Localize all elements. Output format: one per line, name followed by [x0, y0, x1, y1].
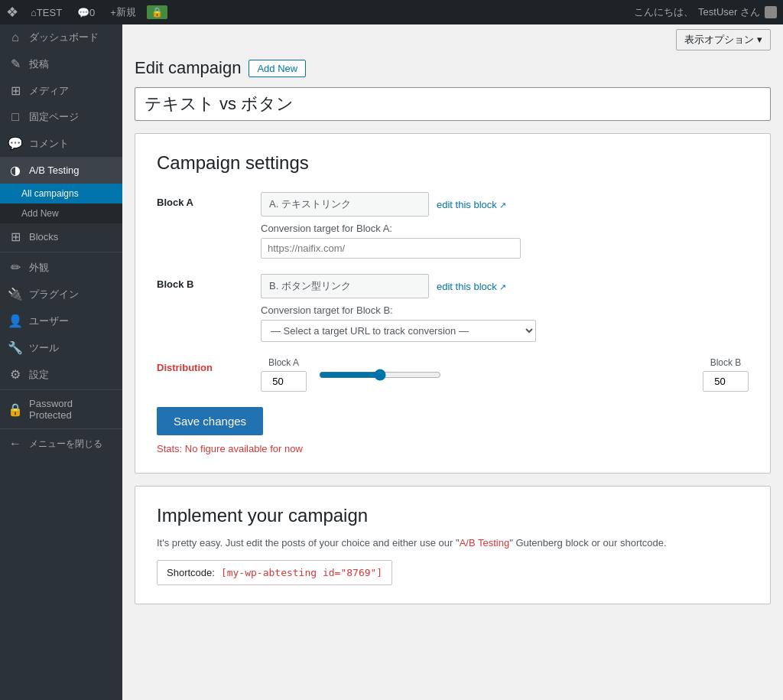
sidebar-item-label: プラグイン — [29, 288, 79, 301]
adminbar-comments-count: 0 — [89, 7, 95, 18]
implement-description: It's pretty easy. Just edit the posts of… — [157, 536, 749, 551]
sidebar-item-tools[interactable]: 🔧 ツール — [0, 334, 122, 361]
block-a-content: A. テキストリンク edit this block Conversion ta… — [261, 192, 749, 259]
page-title: Edit campaign — [135, 58, 241, 78]
adminbar-new[interactable]: + 新規 — [104, 0, 142, 24]
menu-divider-3 — [0, 428, 122, 429]
distribution-row: Distribution Block A Block B — [157, 357, 749, 392]
external-link-icon-b — [499, 281, 506, 292]
edit-block-b-link[interactable]: edit this block — [437, 281, 506, 292]
page-header: Edit campaign Add New — [122, 55, 783, 87]
add-new-button[interactable]: Add New — [249, 60, 306, 77]
submenu-item-all-campaigns[interactable]: All campaigns — [0, 184, 122, 203]
sidebar-item-label: 投稿 — [29, 57, 49, 71]
block-b-conversion-select[interactable]: — Select a target URL to track conversio… — [261, 320, 536, 342]
shortcode-label: Shortcode: — [167, 567, 215, 578]
stats-prefix: Stats: — [157, 443, 185, 454]
edit-block-a-text: edit this block — [437, 199, 497, 210]
adminbar-site[interactable]: ⌂ TEST — [24, 0, 68, 24]
campaign-name-input[interactable] — [135, 87, 771, 121]
abtesting-icon: ◑ — [8, 163, 23, 177]
external-link-icon — [499, 199, 506, 210]
block-a-conversion-label: Conversion target for Block A: — [261, 223, 749, 234]
sidebar: ⌂ ダッシュボード ✎ 投稿 ⊞ メディア □ 固定ページ 💬 コメント ◑ A… — [0, 24, 122, 700]
adminbar-new-label: 新規 — [116, 5, 136, 19]
sidebar-item-blocks[interactable]: ⊞ Blocks — [0, 223, 122, 250]
sidebar-item-settings[interactable]: ⚙ 設定 — [0, 361, 122, 388]
tools-icon: 🔧 — [8, 340, 23, 355]
campaign-settings-box: Campaign settings Block A A. テキストリンク edi… — [135, 133, 771, 474]
sidebar-item-label: ツール — [29, 341, 59, 355]
save-changes-button[interactable]: Save changes — [157, 407, 263, 435]
adminbar-plus-icon: + — [110, 7, 116, 18]
media-icon: ⊞ — [8, 83, 23, 98]
distribution-label: Distribution — [157, 357, 249, 373]
sidebar-item-password-protected[interactable]: 🔒 Password Protected — [0, 392, 122, 427]
sidebar-item-close-menu[interactable]: ← メニューを閉じる — [0, 431, 122, 457]
sidebar-item-label: メニューを閉じる — [29, 438, 102, 451]
campaign-settings-heading: Campaign settings — [157, 152, 749, 174]
menu-divider — [0, 252, 122, 252]
sidebar-item-plugins[interactable]: 🔌 プラグイン — [0, 281, 122, 308]
block-b-label: Block B — [157, 274, 249, 290]
sidebar-item-media[interactable]: ⊞ メディア — [0, 77, 122, 104]
block-b-conversion-label: Conversion target for Block B: — [261, 304, 749, 316]
implement-desc-part2: " Gutenberg block or our shortcode. — [509, 537, 667, 549]
submenu-label: Add New — [21, 208, 59, 219]
display-options-button[interactable]: 表示オプション ▾ — [676, 29, 771, 50]
block-a-selector-row: A. テキストリンク edit this block — [261, 192, 749, 217]
sidebar-item-appearance[interactable]: ✏ 外観 — [0, 254, 122, 281]
edit-block-a-link[interactable]: edit this block — [437, 199, 506, 210]
adminbar-greeting: こんにちは、 — [634, 5, 694, 19]
sidebar-item-label: メディア — [29, 84, 69, 98]
sidebar-item-label: 外観 — [29, 261, 49, 275]
pages-icon: □ — [8, 110, 23, 124]
submenu-item-add-new[interactable]: Add New — [0, 203, 122, 223]
main-content: 表示オプション ▾ Edit campaign Add New Campaign… — [122, 24, 783, 700]
stats-text: Stats: No figure available for now — [157, 443, 749, 454]
block-b-row: Block B B. ボタン型リンク edit this block Conve… — [157, 274, 749, 342]
distribution-slider[interactable] — [319, 369, 441, 381]
sidebar-item-dashboard[interactable]: ⌂ ダッシュボード — [0, 24, 122, 50]
implement-ab-testing-link[interactable]: A/B Testing — [460, 537, 510, 549]
distribution-content: Block A Block B — [261, 357, 749, 392]
adminbar-username: TestUser さん — [698, 5, 760, 19]
sidebar-item-label: 設定 — [29, 368, 49, 382]
menu-divider-2 — [0, 389, 122, 390]
adminbar-comment-icon: 💬 — [77, 7, 89, 18]
dist-block-b-input[interactable] — [703, 371, 749, 392]
dist-block-a-label: Block A — [268, 357, 299, 368]
settings-icon: ⚙ — [8, 367, 23, 382]
sidebar-item-label: ダッシュボード — [29, 31, 99, 44]
sidebar-item-pages[interactable]: □ 固定ページ — [0, 104, 122, 130]
block-a-name: A. テキストリンク — [261, 192, 429, 217]
sidebar-item-comments[interactable]: 💬 コメント — [0, 130, 122, 157]
posts-icon: ✎ — [8, 57, 23, 71]
block-a-conversion-input[interactable] — [261, 238, 521, 259]
adminbar-comments[interactable]: 💬 0 — [71, 0, 101, 24]
block-a-label: Block A — [157, 192, 249, 208]
sidebar-item-label: 固定ページ — [29, 110, 79, 124]
adminbar-lock: 🔒 — [147, 5, 167, 19]
shortcode-row: Shortcode: [my-wp-abtesting id="8769"] — [157, 560, 392, 585]
edit-block-b-text: edit this block — [437, 281, 497, 292]
dist-block-a-input[interactable] — [261, 371, 307, 392]
sidebar-item-label: A/B Testing — [29, 164, 80, 176]
users-icon: 👤 — [8, 314, 23, 328]
block-b-selector-row: B. ボタン型リンク edit this block — [261, 274, 749, 298]
sidebar-item-label: Blocks — [29, 231, 58, 243]
shortcode-value: [my-wp-abtesting id="8769"] — [221, 567, 382, 578]
distribution-block-a: Block A — [261, 357, 307, 392]
adminbar-home-icon: ⌂ — [31, 7, 37, 18]
implement-box: Implement your campaign It's pretty easy… — [135, 486, 771, 604]
dist-block-b-label: Block B — [710, 357, 742, 368]
plugins-icon: 🔌 — [8, 287, 23, 301]
sidebar-item-abtesting[interactable]: ◑ A/B Testing — [0, 157, 122, 184]
sidebar-item-posts[interactable]: ✎ 投稿 — [0, 50, 122, 77]
distribution-block-b: Block B — [703, 357, 749, 392]
blocks-icon: ⊞ — [8, 230, 23, 244]
dashboard-icon: ⌂ — [8, 31, 23, 44]
block-b-name: B. ボタン型リンク — [261, 274, 429, 298]
abtesting-submenu: All campaigns Add New — [0, 184, 122, 223]
sidebar-item-users[interactable]: 👤 ユーザー — [0, 308, 122, 334]
